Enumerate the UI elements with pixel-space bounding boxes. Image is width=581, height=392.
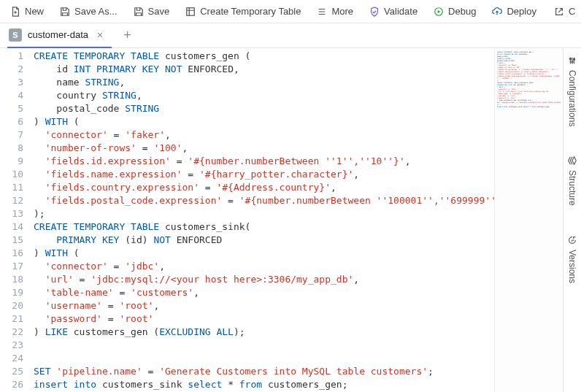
code-line[interactable]: 'table-name' = 'customers',: [34, 286, 494, 299]
table-plus-icon: [185, 7, 196, 17]
rail-label: Versions: [567, 250, 577, 283]
save-label: Save: [148, 6, 170, 17]
layers-icon: [567, 155, 577, 166]
rail-versions[interactable]: Versions: [567, 232, 577, 286]
main-area: 1234567891011121314151617181920212223242…: [0, 48, 581, 392]
code-content[interactable]: CREATE TEMPORARY TABLE customers_gen ( i…: [34, 48, 494, 392]
share-button-cut[interactable]: C: [547, 3, 581, 20]
shield-check-icon: [369, 7, 380, 17]
code-line[interactable]: CREATE TEMPORARY TABLE customers_sink(: [34, 220, 494, 234]
code-line[interactable]: 'username' = 'root',: [34, 299, 494, 312]
close-icon[interactable]: ×: [94, 29, 106, 41]
line-gutter: 1234567891011121314151617181920212223242…: [0, 48, 34, 392]
save-as-button[interactable]: Save As...: [53, 3, 125, 20]
validate-button[interactable]: Validate: [362, 3, 425, 20]
save-as-label: Save As...: [74, 6, 118, 17]
code-line[interactable]: id INT PRIMARY KEY NOT ENFORCED,: [34, 63, 494, 76]
share-label-cut: C: [569, 6, 575, 17]
code-line[interactable]: ) WITH (: [34, 115, 494, 128]
play-icon: [434, 7, 444, 17]
rail-configurations[interactable]: Configurations: [567, 53, 577, 129]
debug-label: Debug: [448, 6, 476, 17]
code-line[interactable]: postal_code STRING: [34, 102, 494, 115]
deploy-button[interactable]: Deploy: [485, 3, 543, 20]
minimap[interactable]: CREATE TEMPORARY TABLE customers_gen ( i…: [494, 48, 563, 392]
code-line[interactable]: ) WITH (: [34, 247, 494, 260]
code-line[interactable]: SET 'pipeline.name' = 'Generate Customer…: [34, 365, 494, 378]
debug-button[interactable]: Debug: [426, 3, 483, 20]
code-line[interactable]: 'number-of-rows' = '100',: [34, 142, 494, 155]
more-label: More: [331, 6, 353, 17]
save-button[interactable]: Save: [126, 3, 177, 20]
save-icon: [134, 7, 144, 17]
code-line[interactable]: PRIMARY KEY (id) NOT ENFORCED: [34, 234, 494, 247]
code-line[interactable]: 'url' = 'jdbc:mysql://<your host here>:3…: [34, 273, 494, 286]
right-rail: Configurations Structure Versions: [563, 48, 581, 392]
code-line[interactable]: 'fields.postal_code.expression' = '#{num…: [34, 194, 494, 207]
tab-label: customer-data: [28, 29, 88, 40]
deploy-label: Deploy: [507, 6, 536, 17]
tab-customer-data[interactable]: S customer-data ×: [7, 23, 112, 48]
code-line[interactable]: [34, 352, 494, 365]
more-button[interactable]: More: [309, 3, 361, 20]
new-button[interactable]: New: [3, 3, 51, 20]
create-temp-label: Create Temporary Table: [200, 6, 301, 17]
toolbar: New Save As... Save Create Temporary Tab…: [0, 0, 581, 23]
code-line[interactable]: CREATE TEMPORARY TABLE customers_gen (: [34, 50, 494, 63]
validate-label: Validate: [384, 6, 418, 17]
code-line[interactable]: name STRING,: [34, 76, 494, 89]
code-line[interactable]: 'connector' = 'jdbc',: [34, 260, 494, 273]
code-line[interactable]: 'connector' = 'faker',: [34, 128, 494, 142]
code-line[interactable]: ) LIKE customers_gen (EXCLUDING ALL);: [34, 326, 494, 339]
history-icon: [567, 235, 577, 245]
external-link-icon: [554, 7, 564, 17]
code-line[interactable]: 'password' = 'root': [34, 312, 494, 326]
file-plus-icon: [10, 7, 20, 17]
create-temp-table-button[interactable]: Create Temporary Table: [178, 3, 308, 20]
new-label: New: [25, 6, 44, 17]
rail-label: Configurations: [567, 70, 577, 126]
tab-type-badge: S: [9, 28, 22, 42]
code-line[interactable]: );: [34, 207, 494, 220]
code-line[interactable]: 'fields.country.expression' = '#{Address…: [34, 181, 494, 194]
code-line[interactable]: 'fields.name.expression' = '#{harry_pott…: [34, 168, 494, 181]
code-line[interactable]: 'fields.id.expression' = '#{number.numbe…: [34, 155, 494, 168]
menu-icon: [317, 7, 327, 17]
rail-structure[interactable]: Structure: [567, 153, 577, 209]
sliders-icon: [567, 55, 577, 66]
code-line[interactable]: country STRING,: [34, 89, 494, 102]
rail-label: Structure: [567, 170, 577, 206]
code-editor[interactable]: 1234567891011121314151617181920212223242…: [0, 48, 563, 392]
code-line[interactable]: insert into customers_sink select * from…: [34, 378, 494, 391]
save-as-icon: [60, 7, 70, 17]
tabbar: S customer-data × +: [0, 23, 581, 48]
svg-rect-0: [187, 7, 195, 15]
add-tab-button[interactable]: +: [118, 28, 137, 43]
code-line[interactable]: [34, 339, 494, 352]
cloud-upload-icon: [492, 7, 502, 17]
